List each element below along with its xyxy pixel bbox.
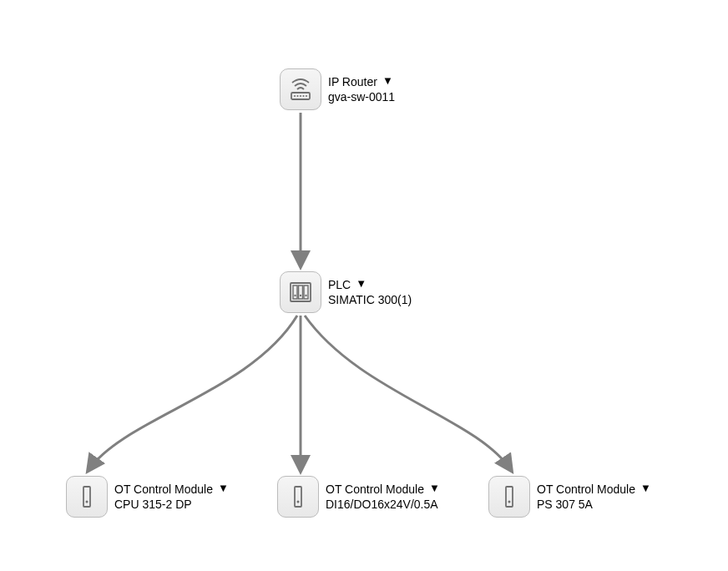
node-type: IP Router bbox=[328, 74, 377, 89]
router-icon bbox=[280, 68, 321, 110]
svg-rect-13 bbox=[83, 487, 90, 507]
svg-rect-17 bbox=[506, 487, 513, 507]
svg-point-16 bbox=[297, 501, 300, 503]
chevron-down-icon[interactable]: ▼ bbox=[218, 482, 229, 496]
svg-point-10 bbox=[294, 295, 296, 296]
ot-icon bbox=[277, 476, 319, 518]
node-label: PLC ▼ SIMATIC 300(1) bbox=[328, 277, 412, 307]
svg-rect-8 bbox=[299, 286, 303, 299]
svg-point-5 bbox=[306, 95, 307, 97]
node-label: OT Control Module ▼ DI16/DO16x24V/0.5A bbox=[326, 482, 440, 512]
node-type: OT Control Module bbox=[537, 482, 635, 497]
svg-rect-9 bbox=[304, 286, 308, 299]
svg-point-3 bbox=[300, 95, 301, 97]
node-name: DI16/DO16x24V/0.5A bbox=[326, 497, 440, 512]
ot-icon bbox=[66, 476, 108, 518]
node-name: PS 307 5A bbox=[537, 497, 651, 512]
svg-point-4 bbox=[303, 95, 305, 97]
node-type: PLC bbox=[328, 277, 351, 292]
chevron-down-icon[interactable]: ▼ bbox=[382, 74, 393, 88]
node-name: SIMATIC 300(1) bbox=[328, 292, 412, 307]
svg-point-1 bbox=[294, 95, 296, 97]
svg-rect-7 bbox=[293, 286, 297, 299]
node-router[interactable]: IP Router ▼ gva-sw-0011 bbox=[280, 68, 395, 110]
node-ot-cpu[interactable]: OT Control Module ▼ CPU 315-2 DP bbox=[66, 476, 229, 518]
node-label: IP Router ▼ gva-sw-0011 bbox=[328, 74, 395, 104]
ot-icon bbox=[488, 476, 530, 518]
node-name: gva-sw-0011 bbox=[328, 89, 395, 104]
edge-plc-ot1 bbox=[88, 316, 297, 470]
svg-point-14 bbox=[86, 501, 88, 503]
svg-point-18 bbox=[508, 501, 511, 503]
node-label: OT Control Module ▼ PS 307 5A bbox=[537, 482, 651, 512]
svg-point-11 bbox=[300, 295, 301, 296]
svg-point-12 bbox=[305, 295, 306, 296]
node-name: CPU 315-2 DP bbox=[114, 497, 229, 512]
chevron-down-icon[interactable]: ▼ bbox=[356, 277, 367, 291]
chevron-down-icon[interactable]: ▼ bbox=[429, 482, 440, 496]
node-ot-io[interactable]: OT Control Module ▼ DI16/DO16x24V/0.5A bbox=[277, 476, 440, 518]
node-plc[interactable]: PLC ▼ SIMATIC 300(1) bbox=[280, 271, 412, 313]
node-label: OT Control Module ▼ CPU 315-2 DP bbox=[114, 482, 229, 512]
plc-icon bbox=[280, 271, 321, 313]
node-ot-ps[interactable]: OT Control Module ▼ PS 307 5A bbox=[488, 476, 651, 518]
svg-point-2 bbox=[297, 95, 299, 97]
svg-rect-15 bbox=[295, 487, 301, 507]
edge-plc-ot3 bbox=[305, 316, 511, 470]
node-type: OT Control Module bbox=[114, 482, 213, 497]
node-type: OT Control Module bbox=[326, 482, 424, 497]
chevron-down-icon[interactable]: ▼ bbox=[640, 482, 651, 496]
diagram-canvas: IP Router ▼ gva-sw-0011 PLC ▼ SIMATI bbox=[0, 0, 728, 571]
